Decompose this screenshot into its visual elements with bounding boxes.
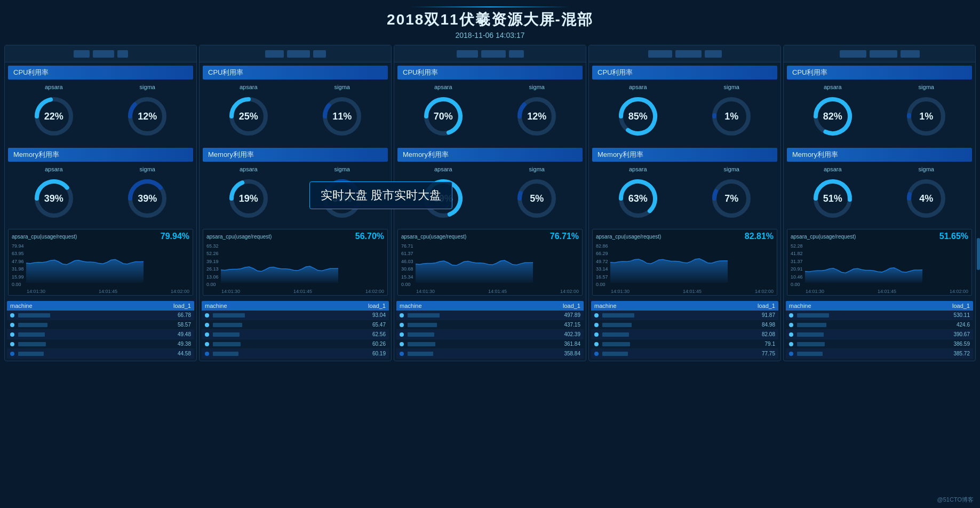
table-row: 93.04 <box>202 311 389 320</box>
scrollbar-hint[interactable] <box>977 238 980 270</box>
sigma-circle: 11% <box>318 92 366 140</box>
table-col-machine-header: machine <box>205 303 325 309</box>
load-value-cell: 60.26 <box>325 341 386 347</box>
chart-canvas-1 <box>26 251 189 288</box>
column-4: CPU利用率 apsara 85% sigma 1% Memory利用率 aps… <box>588 45 781 361</box>
cpu-sigma-gauge-3: sigma 12% <box>491 84 583 140</box>
table-row: 49.38 <box>7 339 194 349</box>
mem-apsara-label: apsara <box>629 166 647 172</box>
mem-apsara-label: apsara <box>240 166 258 172</box>
machine-name-cell <box>594 313 715 318</box>
mem-apsara-value: 51% <box>823 193 842 204</box>
mem-apsara-circle: 51% <box>809 174 857 223</box>
machine-name-cell <box>205 342 325 346</box>
machine-name-bar <box>602 352 628 356</box>
overlay-text: 实时大盘 股市实时大盘 <box>309 181 452 209</box>
mem-apsara-gauge-4: apsara 63% <box>592 166 684 223</box>
machine-image-5 <box>784 45 975 62</box>
row-dot <box>789 323 793 327</box>
sigma-label: sigma <box>919 84 934 90</box>
chart-canvas-4 <box>610 251 774 288</box>
row-dot <box>594 332 599 337</box>
mem-sigma-gauge-1: sigma 39% <box>102 166 194 223</box>
chart-time-labels-3: 14:01:3014:01:4514:02:00 <box>401 289 579 294</box>
mem-sigma-value: 7% <box>724 193 738 204</box>
sigma-label: sigma <box>529 84 545 90</box>
chart-label-4: apsara_cpu(usage/request) <box>596 234 661 240</box>
load-value-cell: 84.98 <box>715 322 775 328</box>
load-value-cell: 530.11 <box>910 312 970 318</box>
machine-name-bar <box>408 323 437 327</box>
row-dot <box>10 352 14 356</box>
machine-name-bar <box>797 352 823 356</box>
mem-sigma-label: sigma <box>919 166 934 172</box>
chart-value-2: 56.70% <box>355 232 384 241</box>
memory-section-label-1: Memory利用率 <box>8 148 193 162</box>
sigma-circle: 1% <box>902 92 950 140</box>
apsara-circle: 22% <box>30 92 78 140</box>
machine-name-cell <box>10 332 131 337</box>
mem-sigma-value: 5% <box>530 193 544 204</box>
mem-apsara-gauge-5: apsara 51% <box>787 166 879 223</box>
chart-time-labels-2: 14:01:3014:01:4514:02:00 <box>206 289 384 294</box>
table-row: 58.57 <box>7 320 194 330</box>
table-row: 60.19 <box>202 349 389 359</box>
chart-canvas-3 <box>416 251 579 288</box>
row-dot <box>10 323 14 327</box>
load-value-cell: 49.38 <box>131 341 191 347</box>
row-dot <box>10 313 14 318</box>
sigma-circle: 12% <box>123 92 171 140</box>
load-value-cell: 402.39 <box>520 331 580 337</box>
machine-name-bar <box>213 352 238 356</box>
chart-canvas-2 <box>221 251 384 288</box>
chart-label-5: apsara_cpu(usage/request) <box>791 234 856 240</box>
machine-name-bar <box>408 342 435 346</box>
load-value-cell: 386.59 <box>910 341 970 347</box>
chart-value-3: 76.71% <box>550 232 579 241</box>
cpu-apsara-gauge-3: apsara 70% <box>397 84 489 140</box>
row-dot <box>205 313 209 318</box>
machine-name-bar <box>602 342 630 346</box>
load-value-cell: 49.48 <box>131 331 191 337</box>
row-dot <box>400 342 404 346</box>
machine-name-cell <box>400 332 520 337</box>
mem-sigma-label: sigma <box>140 166 155 172</box>
machine-image-3 <box>394 45 586 62</box>
header-decoration <box>0 6 980 7</box>
row-dot <box>400 323 404 327</box>
chart-value-4: 82.81% <box>745 232 774 241</box>
machine-name-bar <box>602 332 629 337</box>
load-value-cell: 62.56 <box>325 331 386 337</box>
mem-sigma-value: 39% <box>138 193 157 204</box>
cpu-gauges-3: apsara 70% sigma 12% <box>394 82 586 145</box>
sigma-value: 12% <box>527 111 546 122</box>
cpu-apsara-gauge-2: apsara 25% <box>203 84 294 140</box>
row-dot <box>594 352 599 356</box>
table-row: 497.89 <box>396 311 584 320</box>
mem-apsara-circle: 39% <box>30 174 78 223</box>
machine-name-bar <box>797 313 829 318</box>
load-value-cell: 79.1 <box>715 341 775 347</box>
chart-label-1: apsara_cpu(usage/request) <box>12 234 77 240</box>
sigma-value: 11% <box>332 111 352 122</box>
load-value-cell: 58.57 <box>131 322 191 328</box>
memory-section-label-2: Memory利用率 <box>203 148 388 162</box>
table-row: 62.56 <box>202 330 389 339</box>
machine-name-cell <box>10 342 131 346</box>
table-row: 79.1 <box>591 339 778 349</box>
table-section-1: machine load_1 66.78 58.57 49.48 <box>7 301 194 359</box>
column-5: CPU利用率 apsara 82% sigma 1% Memory利用率 aps… <box>783 45 976 361</box>
machine-name-bar <box>18 342 46 346</box>
machine-name-cell <box>789 313 910 318</box>
apsara-value: 82% <box>823 111 842 122</box>
table-row: 84.98 <box>591 320 778 330</box>
machine-name-bar <box>18 323 47 327</box>
table-section-3: machine load_1 497.89 437.15 402.39 <box>396 301 584 359</box>
apsara-label: apsara <box>240 84 258 90</box>
machine-name-cell <box>400 323 520 327</box>
table-row: 44.58 <box>7 349 194 359</box>
apsara-circle: 70% <box>419 92 467 140</box>
machine-name-cell <box>594 323 715 327</box>
mem-sigma-circle: 39% <box>123 174 171 223</box>
machine-name-bar <box>408 352 433 356</box>
